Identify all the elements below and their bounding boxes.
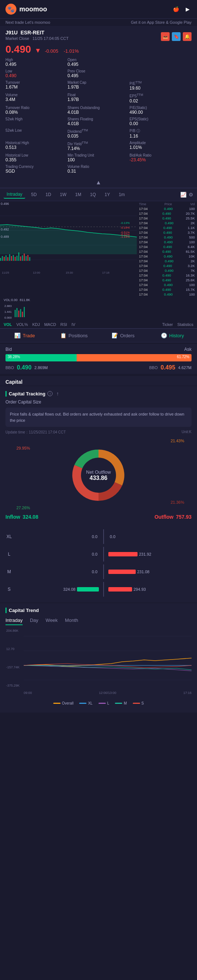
- tab-1q[interactable]: 1Q: [87, 191, 99, 198]
- cap-row-s: S 324.08 294.93: [5, 581, 192, 598]
- tab-1m[interactable]: 1M: [72, 191, 84, 198]
- stat-trading-currency: Trading Currency SGD: [5, 164, 68, 175]
- macd-tab[interactable]: MACD: [44, 322, 56, 327]
- info-icon[interactable]: i: [47, 391, 52, 396]
- tab-intraday[interactable]: Intraday: [4, 191, 25, 199]
- y-label-mid2: -157.74K: [6, 665, 20, 669]
- collapse-toggle[interactable]: ▲: [5, 178, 192, 186]
- order-size-label: Order Capital Size: [5, 399, 192, 404]
- stat-pe-static: P/E(Static) 490.00: [129, 105, 192, 116]
- statistics-label[interactable]: Statistics: [177, 322, 193, 327]
- trend-tab-intraday[interactable]: Intraday: [5, 617, 23, 625]
- stat-turnover: Turnover 1.67M: [5, 80, 68, 92]
- bbo-buy-label: BBO: [5, 366, 14, 370]
- stat-pb: P/B ⓘ 1.16: [129, 127, 192, 140]
- svg-marker-5: [0, 224, 137, 254]
- bid-pct: 38.28%: [5, 354, 22, 360]
- ticker-label[interactable]: Ticker: [162, 322, 173, 327]
- svg-rect-11: [9, 254, 10, 261]
- trend-chart: 204.86K 12.70 -157.74K -375.29K 09:00 12…: [5, 629, 192, 695]
- flow-summary: Inflow 324.08 Outflow 757.93: [5, 512, 192, 522]
- vol-pct-tab[interactable]: VOL%: [16, 322, 28, 327]
- positions-icon: 📋: [60, 332, 66, 338]
- bbo-buy-group: BBO 0.490 2.869M: [5, 364, 48, 371]
- google-play-icon[interactable]: ▶: [183, 5, 192, 13]
- svg-text:-0.19%: -0.19%: [120, 226, 129, 229]
- tab-1min[interactable]: 1m: [116, 191, 128, 198]
- stat-high: High 0.495: [5, 57, 68, 68]
- outflow-bar-s: [108, 587, 132, 592]
- trend-tab-month[interactable]: Month: [65, 617, 78, 625]
- kdj-tab[interactable]: KDJ: [32, 322, 40, 327]
- stat-hist-low: Historical Low 0.355: [5, 152, 68, 164]
- legend-overall: Overall: [53, 701, 74, 705]
- main-chart[interactable]: 0.496 0.492 0.489 11/25 12:00 15:30 17:1…: [0, 201, 137, 274]
- bbo-row: BBO 0.490 2.869M BBO 0.495 4.627M: [5, 364, 192, 371]
- stat-52wk-low: 52wk Low: [5, 127, 68, 140]
- stat-low: Low 0.490: [5, 68, 68, 80]
- x-label-start: 09:00: [24, 691, 32, 695]
- iv-tab[interactable]: IV: [71, 322, 75, 327]
- sub-left: Next trade Let's moomoo: [5, 20, 50, 24]
- divider-xl: [103, 529, 104, 544]
- description-text: Price falls & capital flows out. Bid ord…: [10, 412, 184, 423]
- net-outflow-label: Net Outflow: [86, 469, 111, 475]
- stat-eps-ttm: EPSTTM 0.02: [129, 92, 192, 104]
- svg-rect-14: [14, 257, 16, 261]
- nav-trade-label: Trade: [23, 333, 35, 338]
- pct-label-top-left: 29.95%: [16, 446, 30, 450]
- svg-rect-16: [18, 252, 19, 261]
- svg-rect-18: [22, 255, 23, 261]
- bookmark-icon[interactable]: 🔖: [172, 32, 181, 41]
- svg-rect-39: [16, 308, 17, 317]
- unit-label: Unit:K: [182, 430, 192, 435]
- ask-pct: 61.72%: [175, 354, 192, 361]
- nav-trade[interactable]: 📊 Trade: [0, 329, 49, 342]
- capital-tracking-header: Capital Tracking i ↑: [5, 391, 192, 396]
- svg-text:1.441: 1.441: [5, 310, 12, 313]
- bid-ask-bar: 38.28% 61.72%: [5, 354, 192, 361]
- svg-rect-15: [16, 256, 17, 261]
- outflow-label: Outflow: [154, 514, 173, 520]
- svg-text:2.883: 2.883: [5, 304, 12, 308]
- inflow-bar-s: [77, 587, 99, 592]
- stat-bid-ask-ratio: Bid/Ask Ratio -23.45%: [129, 152, 192, 164]
- nav-orders[interactable]: 📝 Orders: [99, 329, 148, 342]
- stat-div-yield: Div YieldTTM 7.14%: [68, 140, 129, 152]
- sub-header: Next trade Let's moomoo Get it on App St…: [0, 19, 197, 26]
- settings-icon[interactable]: ⚙: [189, 192, 193, 197]
- candle-icon[interactable]: 📈: [180, 192, 186, 197]
- vol-tab[interactable]: VOL: [4, 322, 12, 327]
- price-arrow-down: ▼: [35, 47, 41, 54]
- tab-1d[interactable]: 1D: [43, 191, 54, 198]
- description-box: Price falls & capital flows out. Bid ord…: [5, 407, 192, 427]
- legend-line-s: [133, 703, 140, 704]
- tab-1w[interactable]: 1W: [57, 191, 69, 198]
- cap-row-l: L 0.0 231.92: [5, 546, 192, 563]
- share-icon[interactable]: 📤: [161, 32, 170, 41]
- tab-1y[interactable]: 1Y: [102, 191, 113, 198]
- chart-legend: Overall XL L M S: [5, 698, 192, 708]
- apple-icon[interactable]: 🍎: [172, 5, 180, 13]
- header-icons: 🍎 ▶: [172, 5, 192, 13]
- svg-text:0.492: 0.492: [1, 228, 9, 231]
- legend-line-l: [99, 703, 106, 704]
- capital-tracking-section: Capital Tracking i ↑ Order Capital Size …: [0, 386, 197, 603]
- share-icon2[interactable]: ↑: [56, 391, 59, 396]
- trend-tab-week[interactable]: Week: [46, 617, 58, 625]
- tab-5d[interactable]: 5D: [28, 191, 39, 198]
- stat-min-trading: Min Trading Unit 100: [68, 152, 129, 164]
- ask-label: Ask: [184, 347, 192, 352]
- nav-history[interactable]: 🕐 History: [148, 329, 197, 342]
- alert-icon[interactable]: 🔔: [183, 32, 192, 41]
- x-label-mid: 12:00/13:00: [99, 691, 117, 695]
- nav-positions[interactable]: 📋 Positions: [49, 329, 99, 342]
- stat-empty1: [129, 57, 192, 68]
- legend-label-l: L: [107, 701, 109, 705]
- rsi-tab[interactable]: RSI: [61, 322, 67, 327]
- x-label-end: 17:16: [183, 691, 192, 695]
- trend-tab-day[interactable]: Day: [30, 617, 38, 625]
- svg-rect-7: [2, 256, 3, 261]
- stat-dividend-ttm: DividendTTM 0.035: [68, 127, 129, 140]
- stat-hist-high: Historical High 0.513: [5, 140, 68, 152]
